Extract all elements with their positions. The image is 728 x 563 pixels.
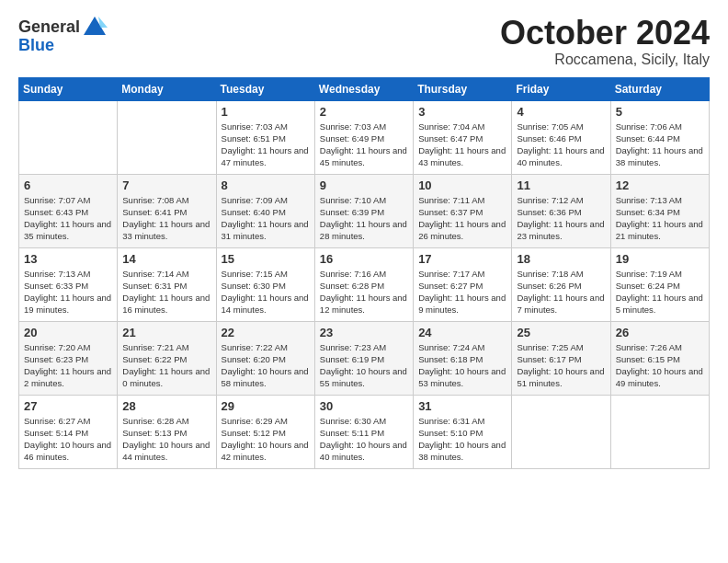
calendar-cell: 26Sunrise: 7:26 AMSunset: 6:15 PMDayligh… <box>610 321 709 395</box>
day-info: Sunrise: 7:19 AMSunset: 6:24 PMDaylight:… <box>616 268 704 316</box>
calendar-cell: 29Sunrise: 6:29 AMSunset: 5:12 PMDayligh… <box>216 395 314 468</box>
day-info: Sunrise: 7:03 AMSunset: 6:51 PMDaylight:… <box>222 121 310 169</box>
day-number: 10 <box>418 178 506 192</box>
day-info: Sunrise: 7:23 AMSunset: 6:19 PMDaylight:… <box>320 341 408 390</box>
calendar-day-header: Saturday <box>610 77 709 100</box>
day-number: 28 <box>122 399 210 413</box>
day-number: 4 <box>517 105 605 119</box>
calendar-cell: 11Sunrise: 7:12 AMSunset: 6:36 PMDayligh… <box>512 174 610 247</box>
day-info: Sunrise: 7:18 AMSunset: 6:26 PMDaylight:… <box>517 268 605 316</box>
calendar-cell: 5Sunrise: 7:06 AMSunset: 6:44 PMDaylight… <box>610 100 709 174</box>
day-number: 20 <box>24 326 112 339</box>
day-number: 31 <box>418 399 506 413</box>
calendar-cell <box>19 100 118 174</box>
calendar-day-header: Thursday <box>414 77 512 100</box>
day-number: 7 <box>122 178 210 192</box>
day-info: Sunrise: 7:08 AMSunset: 6:41 PMDaylight:… <box>122 194 210 243</box>
calendar-cell: 28Sunrise: 6:28 AMSunset: 5:13 PMDayligh… <box>118 395 216 468</box>
day-number: 3 <box>418 105 506 119</box>
calendar-cell: 4Sunrise: 7:05 AMSunset: 6:46 PMDaylight… <box>512 100 610 174</box>
day-number: 17 <box>418 252 506 266</box>
calendar-cell <box>610 395 709 468</box>
day-number: 11 <box>517 178 605 192</box>
day-info: Sunrise: 7:12 AMSunset: 6:36 PMDaylight:… <box>517 194 605 243</box>
title-block: October 2024 Roccamena, Sicily, Italy <box>500 15 710 68</box>
calendar-cell: 1Sunrise: 7:03 AMSunset: 6:51 PMDaylight… <box>216 100 314 174</box>
day-number: 8 <box>222 178 310 192</box>
month-title: October 2024 <box>500 15 710 52</box>
calendar-cell <box>118 100 216 174</box>
day-info: Sunrise: 7:26 AMSunset: 6:15 PMDaylight:… <box>616 341 704 390</box>
calendar-cell: 3Sunrise: 7:04 AMSunset: 6:47 PMDaylight… <box>414 100 512 174</box>
logo: General Blue <box>18 15 108 55</box>
day-info: Sunrise: 7:03 AMSunset: 6:49 PMDaylight:… <box>320 121 408 169</box>
calendar-cell: 14Sunrise: 7:14 AMSunset: 6:31 PMDayligh… <box>118 247 216 321</box>
day-info: Sunrise: 7:22 AMSunset: 6:20 PMDaylight:… <box>222 341 310 390</box>
calendar-cell: 8Sunrise: 7:09 AMSunset: 6:40 PMDaylight… <box>216 174 314 247</box>
calendar-cell: 17Sunrise: 7:17 AMSunset: 6:27 PMDayligh… <box>414 247 512 321</box>
day-number: 24 <box>418 326 506 339</box>
day-info: Sunrise: 7:07 AMSunset: 6:43 PMDaylight:… <box>24 194 112 243</box>
calendar-header-row: SundayMondayTuesdayWednesdayThursdayFrid… <box>19 77 710 100</box>
day-number: 19 <box>616 252 704 266</box>
day-number: 5 <box>616 105 704 119</box>
calendar-cell: 31Sunrise: 6:31 AMSunset: 5:10 PMDayligh… <box>414 395 512 468</box>
calendar-day-header: Wednesday <box>314 77 413 100</box>
calendar-cell: 7Sunrise: 7:08 AMSunset: 6:41 PMDaylight… <box>118 174 216 247</box>
calendar-week-row: 20Sunrise: 7:20 AMSunset: 6:23 PMDayligh… <box>19 321 710 395</box>
day-number: 26 <box>616 326 704 339</box>
calendar-day-header: Monday <box>118 77 216 100</box>
day-info: Sunrise: 6:29 AMSunset: 5:12 PMDaylight:… <box>222 415 310 464</box>
calendar-cell: 12Sunrise: 7:13 AMSunset: 6:34 PMDayligh… <box>610 174 709 247</box>
day-number: 30 <box>320 399 408 413</box>
calendar-cell: 27Sunrise: 6:27 AMSunset: 5:14 PMDayligh… <box>19 395 118 468</box>
day-info: Sunrise: 7:05 AMSunset: 6:46 PMDaylight:… <box>517 121 605 169</box>
calendar-week-row: 1Sunrise: 7:03 AMSunset: 6:51 PMDaylight… <box>19 100 710 174</box>
day-info: Sunrise: 6:30 AMSunset: 5:11 PMDaylight:… <box>320 415 408 464</box>
calendar-day-header: Sunday <box>19 77 118 100</box>
calendar-cell: 10Sunrise: 7:11 AMSunset: 6:37 PMDayligh… <box>414 174 512 247</box>
location: Roccamena, Sicily, Italy <box>500 52 710 68</box>
day-number: 16 <box>320 252 408 266</box>
day-info: Sunrise: 7:10 AMSunset: 6:39 PMDaylight:… <box>320 194 408 243</box>
day-number: 12 <box>616 178 704 192</box>
calendar-day-header: Friday <box>512 77 610 100</box>
calendar-cell <box>512 395 610 468</box>
day-info: Sunrise: 7:20 AMSunset: 6:23 PMDaylight:… <box>24 341 112 390</box>
page: General Blue October 2024 Roccamena, Sic… <box>0 0 728 478</box>
day-info: Sunrise: 7:06 AMSunset: 6:44 PMDaylight:… <box>616 121 704 169</box>
calendar-cell: 13Sunrise: 7:13 AMSunset: 6:33 PMDayligh… <box>19 247 118 321</box>
day-number: 9 <box>320 178 408 192</box>
day-number: 29 <box>222 399 310 413</box>
calendar-cell: 21Sunrise: 7:21 AMSunset: 6:22 PMDayligh… <box>118 321 216 395</box>
day-info: Sunrise: 7:17 AMSunset: 6:27 PMDaylight:… <box>418 268 506 316</box>
calendar-day-header: Tuesday <box>216 77 314 100</box>
calendar-cell: 23Sunrise: 7:23 AMSunset: 6:19 PMDayligh… <box>314 321 413 395</box>
day-info: Sunrise: 7:24 AMSunset: 6:18 PMDaylight:… <box>418 341 506 390</box>
day-info: Sunrise: 7:25 AMSunset: 6:17 PMDaylight:… <box>517 341 605 390</box>
day-number: 21 <box>122 326 210 339</box>
calendar-cell: 18Sunrise: 7:18 AMSunset: 6:26 PMDayligh… <box>512 247 610 321</box>
calendar-cell: 16Sunrise: 7:16 AMSunset: 6:28 PMDayligh… <box>314 247 413 321</box>
day-info: Sunrise: 7:09 AMSunset: 6:40 PMDaylight:… <box>222 194 310 243</box>
day-number: 14 <box>122 252 210 266</box>
calendar-cell: 22Sunrise: 7:22 AMSunset: 6:20 PMDayligh… <box>216 321 314 395</box>
calendar-week-row: 13Sunrise: 7:13 AMSunset: 6:33 PMDayligh… <box>19 247 710 321</box>
calendar-cell: 25Sunrise: 7:25 AMSunset: 6:17 PMDayligh… <box>512 321 610 395</box>
day-number: 27 <box>24 399 112 413</box>
calendar-cell: 30Sunrise: 6:30 AMSunset: 5:11 PMDayligh… <box>314 395 413 468</box>
calendar-cell: 2Sunrise: 7:03 AMSunset: 6:49 PMDaylight… <box>314 100 413 174</box>
day-info: Sunrise: 7:16 AMSunset: 6:28 PMDaylight:… <box>320 268 408 316</box>
day-info: Sunrise: 7:04 AMSunset: 6:47 PMDaylight:… <box>418 121 506 169</box>
day-info: Sunrise: 6:27 AMSunset: 5:14 PMDaylight:… <box>24 415 112 464</box>
day-number: 22 <box>222 326 310 339</box>
day-info: Sunrise: 7:21 AMSunset: 6:22 PMDaylight:… <box>122 341 210 390</box>
day-info: Sunrise: 7:11 AMSunset: 6:37 PMDaylight:… <box>418 194 506 243</box>
day-info: Sunrise: 6:31 AMSunset: 5:10 PMDaylight:… <box>418 415 506 464</box>
logo-general-text: General <box>18 18 80 37</box>
calendar-cell: 15Sunrise: 7:15 AMSunset: 6:30 PMDayligh… <box>216 247 314 321</box>
day-number: 1 <box>222 105 310 119</box>
day-number: 2 <box>320 105 408 119</box>
day-number: 23 <box>320 326 408 339</box>
day-info: Sunrise: 7:14 AMSunset: 6:31 PMDaylight:… <box>122 268 210 316</box>
